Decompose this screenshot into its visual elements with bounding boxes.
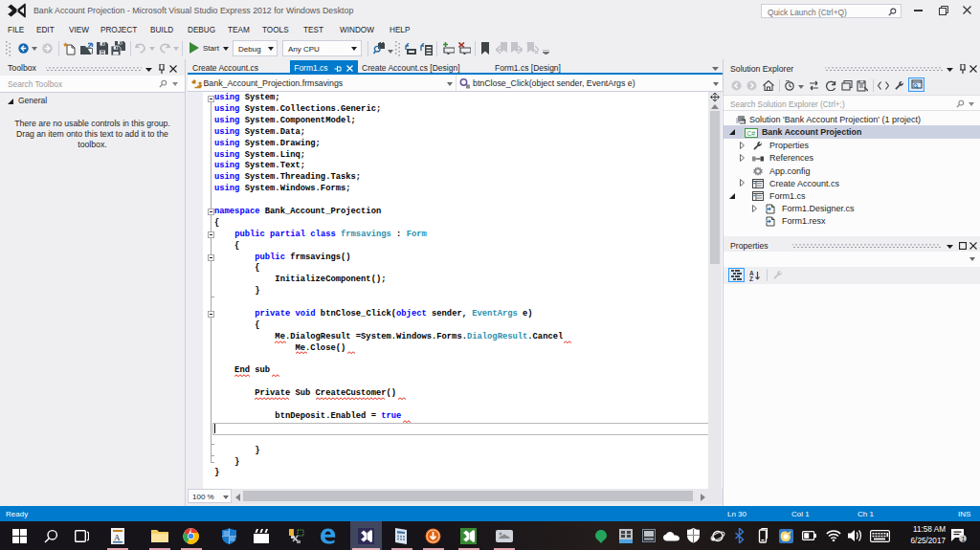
svg-text:A: A	[114, 533, 121, 542]
svg-text:1: 1	[962, 536, 966, 542]
svg-text:Z: Z	[749, 275, 753, 281]
svg-text:C#: C#	[746, 129, 755, 136]
